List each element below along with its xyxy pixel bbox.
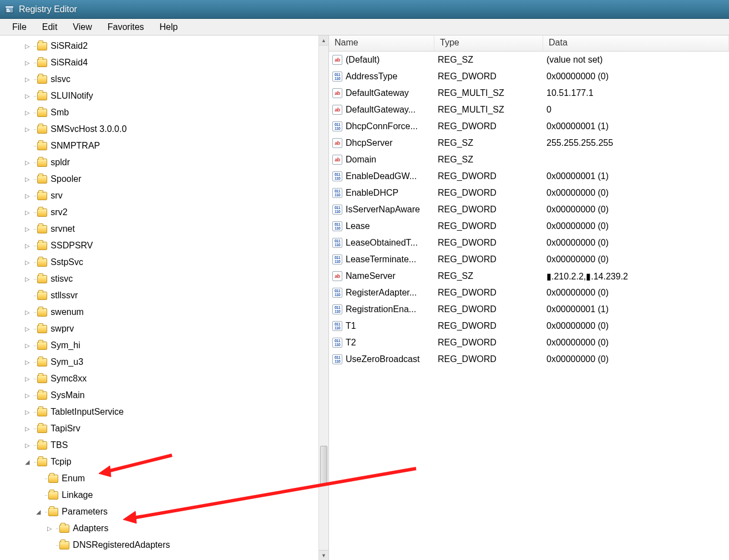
column-data[interactable]: Data <box>543 35 729 51</box>
menu-favorites[interactable]: Favorites <box>100 20 152 34</box>
tree-node[interactable]: ▷···SiSRaid4 <box>4 54 328 71</box>
registry-value-row[interactable]: abNameServerREG_SZ▮.210.2.2,▮.14.239.2 <box>329 268 729 284</box>
scroll-down-icon[interactable]: ▼ <box>319 550 328 560</box>
column-name[interactable]: Name <box>329 35 434 51</box>
expander-open-icon[interactable]: ◢ <box>34 508 42 516</box>
tree-node-label: Enum <box>62 474 85 483</box>
menu-file[interactable]: File <box>4 20 34 34</box>
tree-node[interactable]: ▷···Sym_u3 <box>4 354 328 370</box>
expander-closed-icon[interactable]: ▷ <box>23 442 31 449</box>
tree-node[interactable]: ▷···Smb <box>4 104 328 121</box>
tree-node[interactable]: ▷···stisvc <box>4 271 328 287</box>
scroll-up-icon[interactable]: ▲ <box>319 35 328 45</box>
tree-connector-icon: ··· <box>33 126 36 133</box>
tree-node[interactable]: ◢···Parameters <box>4 503 328 520</box>
registry-value-row[interactable]: abDefaultGatewayREG_MULTI_SZ10.51.177.1 <box>329 85 729 101</box>
tree-connector-icon: ··· <box>33 93 36 99</box>
tree-node[interactable]: ▷···SiSRaid2 <box>4 38 328 54</box>
value-type: REG_DWORD <box>438 171 546 181</box>
value-type: REG_DWORD <box>438 238 546 248</box>
tree-node[interactable]: ▷···SLUINotify <box>4 88 328 104</box>
column-type[interactable]: Type <box>434 35 543 51</box>
tree-node[interactable]: ▷···slsvc <box>4 71 328 88</box>
tree-node[interactable]: ▷···Spooler <box>4 171 328 187</box>
registry-value-row[interactable]: 011 110RegistrationEna...REG_DWORD0x0000… <box>329 301 729 318</box>
tree-node[interactable]: ▷···srv2 <box>4 204 328 221</box>
registry-value-row[interactable]: 011 110T2REG_DWORD0x00000000 (0) <box>329 334 729 351</box>
expander-closed-icon[interactable]: ▷ <box>23 242 31 250</box>
tree-node[interactable]: ▷···swenum <box>4 304 328 320</box>
tree-node[interactable]: ▷···Sym_hi <box>4 337 328 354</box>
registry-value-row[interactable]: abDomainREG_SZ <box>329 151 729 168</box>
menu-edit[interactable]: Edit <box>34 20 65 34</box>
tree-node[interactable]: ▷···Adapters <box>4 520 328 537</box>
tree-node[interactable]: ···Linkage <box>4 487 328 503</box>
tree-node[interactable]: ▷···spldr <box>4 154 328 171</box>
tree-node[interactable]: ▷···TapiSrv <box>4 420 328 437</box>
dword-value-icon: 011 110 <box>332 121 342 131</box>
registry-value-row[interactable]: 011 110DhcpConnForce...REG_DWORD0x000000… <box>329 118 729 135</box>
tree-scrollbar[interactable]: ▲ ▼ <box>318 35 328 560</box>
expander-closed-icon[interactable]: ▷ <box>23 342 31 349</box>
expander-closed-icon[interactable]: ▷ <box>23 392 31 399</box>
folder-icon <box>37 258 47 267</box>
tree-connector-icon: ··· <box>33 210 36 216</box>
expander-closed-icon[interactable]: ▷ <box>23 325 31 333</box>
expander-closed-icon[interactable]: ▷ <box>23 409 31 416</box>
expander-closed-icon[interactable]: ▷ <box>23 192 31 200</box>
expander-closed-icon[interactable]: ▷ <box>23 93 31 100</box>
scroll-thumb[interactable] <box>320 446 327 485</box>
expander-closed-icon[interactable]: ▷ <box>23 425 31 432</box>
tree-node[interactable]: ▷···SSDPSRV <box>4 237 328 254</box>
value-type: REG_DWORD <box>438 72 546 82</box>
tree-node[interactable]: ▷···swprv <box>4 320 328 337</box>
registry-value-row[interactable]: 011 110IsServerNapAwareREG_DWORD0x000000… <box>329 201 729 218</box>
tree-node[interactable]: ···DNSRegisteredAdapters <box>4 537 328 553</box>
expander-closed-icon[interactable]: ▷ <box>23 259 31 266</box>
tree-node[interactable]: ···SNMPTRAP <box>4 138 328 154</box>
registry-value-row[interactable]: 011 110UseZeroBroadcastREG_DWORD0x000000… <box>329 351 729 368</box>
registry-value-row[interactable]: 011 110LeaseTerminate...REG_DWORD0x00000… <box>329 251 729 268</box>
expander-closed-icon[interactable]: ▷ <box>23 59 31 67</box>
expander-open-icon[interactable]: ◢ <box>23 459 31 466</box>
tree-node[interactable]: ◢···Tcpip <box>4 454 328 470</box>
expander-closed-icon[interactable]: ▷ <box>23 109 31 116</box>
registry-value-row[interactable]: 011 110LeaseREG_DWORD0x00000000 (0) <box>329 218 729 235</box>
registry-value-row[interactable]: ab(Default)REG_SZ(value not set) <box>329 52 729 68</box>
expander-closed-icon[interactable]: ▷ <box>23 176 31 183</box>
menu-view[interactable]: View <box>65 20 99 34</box>
tree-node[interactable]: ▷···SysMain <box>4 387 328 404</box>
registry-value-row[interactable]: 011 110LeaseObtainedT...REG_DWORD0x00000… <box>329 235 729 251</box>
registry-value-row[interactable]: 011 110EnableDeadGW...REG_DWORD0x0000000… <box>329 168 729 185</box>
tree-node[interactable]: ▷···TBS <box>4 437 328 454</box>
registry-value-row[interactable]: 011 110RegisterAdapter...REG_DWORD0x0000… <box>329 284 729 301</box>
registry-value-row[interactable]: 011 110AddressTypeREG_DWORD0x00000000 (0… <box>329 68 729 85</box>
dword-value-icon: 011 110 <box>332 254 342 264</box>
expander-closed-icon[interactable]: ▷ <box>23 43 31 50</box>
tree-node[interactable]: ▷···srv <box>4 187 328 204</box>
expander-closed-icon[interactable]: ▷ <box>45 525 53 532</box>
registry-value-row[interactable]: abDefaultGateway...REG_MULTI_SZ0 <box>329 101 729 118</box>
expander-closed-icon[interactable]: ▷ <box>23 375 31 383</box>
registry-value-row[interactable]: abDhcpServerREG_SZ255.255.255.255 <box>329 135 729 151</box>
registry-value-row[interactable]: 011 110EnableDHCPREG_DWORD0x00000000 (0) <box>329 185 729 201</box>
tree-node[interactable]: ▷···srvnet <box>4 221 328 237</box>
expander-closed-icon[interactable]: ▷ <box>23 359 31 366</box>
menu-help[interactable]: Help <box>152 20 186 34</box>
expander-closed-icon[interactable]: ▷ <box>23 159 31 166</box>
tree-node[interactable]: ···Enum <box>4 470 328 487</box>
expander-closed-icon[interactable]: ▷ <box>23 76 31 83</box>
registry-value-row[interactable]: 011 110T1REG_DWORD0x00000000 (0) <box>329 318 729 334</box>
expander-closed-icon[interactable]: ▷ <box>23 276 31 283</box>
expander-closed-icon[interactable]: ▷ <box>23 309 31 316</box>
tree-node[interactable]: ▷···SstpSvc <box>4 254 328 271</box>
tree-node[interactable]: ▷···TabletInputService <box>4 404 328 420</box>
expander-closed-icon[interactable]: ▷ <box>23 126 31 133</box>
tree-node[interactable]: ▷···Symc8xx <box>4 370 328 387</box>
tree-node[interactable]: ···stllssvr <box>4 287 328 304</box>
value-type: REG_DWORD <box>438 338 546 348</box>
expander-closed-icon[interactable]: ▷ <box>23 209 31 216</box>
tree-connector-icon: ··· <box>33 359 36 365</box>
tree-node[interactable]: ▷···SMSvcHost 3.0.0.0 <box>4 121 328 138</box>
expander-closed-icon[interactable]: ▷ <box>23 226 31 233</box>
